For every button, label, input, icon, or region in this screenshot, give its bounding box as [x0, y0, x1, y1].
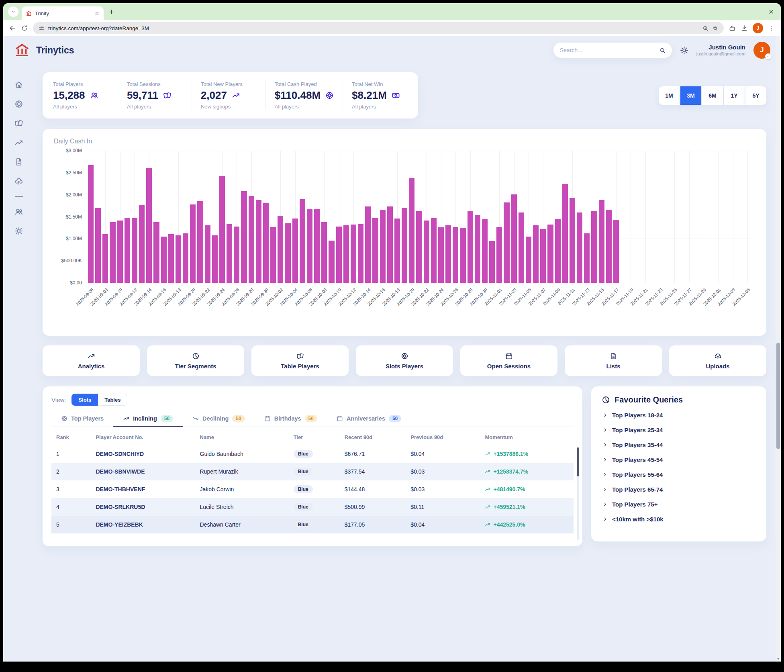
users-icon [90, 91, 98, 100]
date-range-1y-button[interactable]: 1Y [724, 86, 745, 105]
chevron-right-icon [602, 457, 608, 462]
nav-card-tier-segments[interactable]: Tier Segments [147, 345, 244, 376]
sidebar-item-lists[interactable] [14, 157, 23, 166]
favourite-query-item[interactable]: Top Players 25-34 [602, 423, 756, 437]
favourite-query-item[interactable]: Top Players 18-24 [602, 408, 756, 423]
bar [394, 219, 400, 283]
y-axis-label: $0.00 [70, 280, 82, 286]
nav-card-label: Lists [606, 363, 620, 370]
momentum-value: +459521.1% [485, 504, 569, 510]
bar [249, 196, 254, 283]
scrollbar-down-arrow-icon[interactable]: ▾ [776, 656, 781, 662]
date-range-5y-button[interactable]: 5Y [745, 86, 766, 105]
table-row[interactable]: 5DEMO-YEIZBEBKDeshawn CarterBlue$177.05$… [51, 516, 574, 533]
url-bar[interactable]: trinytics.com/app/test-org?dateRange=3M [33, 22, 724, 34]
browser-tab[interactable]: Trinity [22, 6, 104, 20]
favourite-query-item[interactable]: <10km with >$10k [602, 512, 756, 527]
bar [496, 227, 502, 283]
tier-cell: Blue [289, 445, 340, 463]
date-range-1m-button[interactable]: 1M [659, 86, 680, 105]
date-range-6m-button[interactable]: 6M [702, 86, 723, 105]
bar [146, 168, 152, 283]
avatar[interactable]: J [753, 42, 770, 59]
view-toggle-slots[interactable]: Slots [71, 394, 98, 406]
theme-toggle-sun-icon[interactable] [680, 46, 688, 55]
tab-close-icon[interactable] [94, 11, 100, 16]
bar [117, 221, 123, 283]
chevron-right-icon [602, 502, 608, 507]
sidebar-item-slots[interactable] [14, 100, 23, 108]
extensions-icon[interactable] [729, 25, 736, 32]
page-scrollbar[interactable]: ▾ [776, 36, 781, 662]
nav-card-slots-players[interactable]: Slots Players [356, 345, 453, 376]
nav-card-lists[interactable]: Lists [565, 345, 662, 376]
new-tab-button[interactable] [108, 9, 114, 15]
table-row[interactable]: 3DEMO-THBHVENFJakob CorwinBlue$144.48$0.… [51, 480, 574, 498]
bar [431, 218, 437, 283]
browser-menu-icon[interactable] [768, 25, 775, 32]
table-scrollbar-thumb[interactable] [577, 447, 579, 476]
sidebar-item-uploads[interactable] [14, 177, 23, 186]
search-bar[interactable] [553, 43, 672, 58]
avatar-chevron-down-icon [765, 53, 771, 59]
downloads-icon[interactable] [741, 25, 748, 32]
search-icon[interactable] [659, 47, 666, 53]
tab-search-button[interactable] [8, 6, 18, 17]
bar [526, 237, 531, 283]
nav-card-label: Table Players [281, 363, 319, 370]
table-row[interactable]: 4DEMO-SRLKRU5DLucile StreichBlue$500.99$… [51, 498, 574, 516]
sidebar-item-analytics[interactable] [14, 138, 23, 147]
bar [555, 219, 561, 283]
bar [468, 211, 473, 283]
bar [591, 211, 597, 283]
bar [321, 222, 327, 283]
sidebar-item-home[interactable] [14, 80, 23, 89]
trend-up-icon [123, 415, 129, 422]
favourite-query-item[interactable]: Top Players 55-64 [602, 467, 756, 482]
view-toggle-tables[interactable]: Tables [98, 394, 127, 406]
sidebar-item-players[interactable] [14, 207, 23, 216]
refresh-icon[interactable] [21, 25, 28, 32]
tab-birthdays[interactable]: Birthdays50 [255, 411, 327, 427]
bookmark-star-icon[interactable] [712, 25, 718, 31]
sidebar-item-tables[interactable] [14, 119, 23, 128]
nav-card-open-sessions[interactable]: Open Sessions [460, 345, 557, 376]
favourite-query-item[interactable]: Top Players 65-74 [602, 482, 756, 497]
user-menu[interactable]: Justin Gouin justin.gouin@gmail.com [696, 43, 745, 57]
tab-top-players[interactable]: Top Players [51, 411, 113, 427]
browser-profile-avatar[interactable]: J [753, 23, 763, 33]
table-row[interactable]: 2DEMO-SBNVIWDERupert MurazikBlue$377.54$… [51, 463, 574, 480]
favourite-query-item[interactable]: Top Players 45-54 [602, 452, 756, 467]
nav-card-uploads[interactable]: Uploads [669, 345, 766, 376]
bar [606, 210, 612, 283]
favourite-query-item[interactable]: Top Players 35-44 [602, 437, 756, 452]
table-scrollbar[interactable] [577, 447, 579, 540]
tab-declining[interactable]: Declining50 [183, 411, 255, 427]
gridline [689, 151, 690, 283]
page-content: Trinytics Justin Gouin justin.gouin@gmai… [3, 36, 781, 662]
nav-card-analytics[interactable]: Analytics [43, 345, 140, 376]
nav-card-table-players[interactable]: Table Players [251, 345, 349, 376]
chevron-right-icon [602, 442, 608, 447]
zoom-icon[interactable] [702, 25, 708, 31]
previous-90d-cell: $0.04 [406, 516, 480, 533]
bar [416, 211, 422, 283]
bar [540, 229, 546, 283]
account-cell: DEMO-SRLKRU5D [91, 498, 195, 516]
search-input[interactable] [560, 47, 655, 53]
page-scrollbar-thumb[interactable] [776, 343, 780, 449]
bar [445, 225, 451, 283]
rank-cell: 4 [51, 498, 91, 516]
site-settings-icon[interactable] [39, 25, 45, 31]
stat-value: 2,027 [201, 90, 257, 100]
date-range-3m-button[interactable]: 3M [680, 86, 701, 105]
tab-inclining[interactable]: Inclining50 [113, 411, 183, 427]
sidebar-item-settings[interactable] [14, 227, 23, 235]
tab-anniversaries[interactable]: Anniversaries50 [327, 411, 411, 427]
table-row[interactable]: 1DEMO-SDNCHIYDGuido BaumbachBlue$676.71$… [51, 445, 574, 463]
players-table: RankPlayer Account No.NameTierRecent 90d… [51, 429, 574, 533]
back-icon[interactable] [9, 25, 16, 32]
bar [577, 212, 582, 283]
favourite-query-item[interactable]: Top Players 75+ [602, 497, 756, 512]
window-close-icon[interactable] [768, 9, 774, 15]
